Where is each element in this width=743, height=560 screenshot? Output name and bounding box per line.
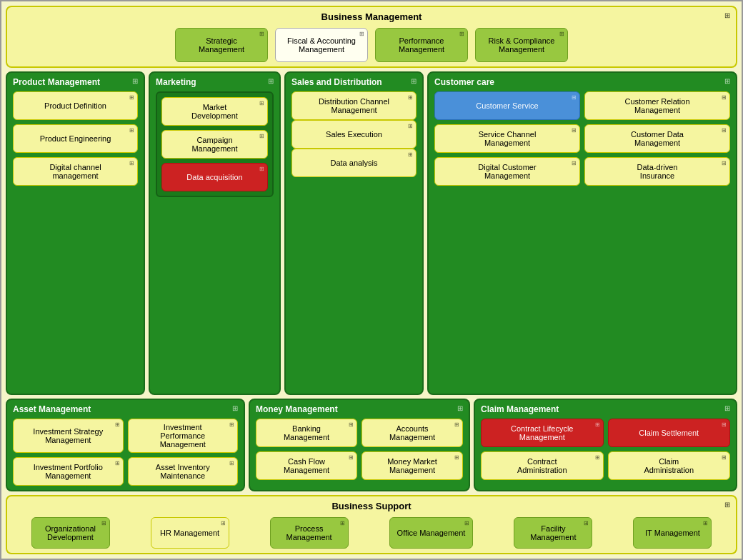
card-icon: ⊞ [454,454,459,461]
card-icon: ⊞ [595,454,600,461]
performance-mgmt-card[interactable]: ⊞ PerformanceManagement [375,28,468,62]
claim-mgmt-icon: ⊞ [724,404,730,412]
claim-settlement-card[interactable]: ⊞ Claim Settlement [608,419,731,447]
card-icon: ⊞ [259,166,264,172]
card-icon: ⊞ [115,460,120,466]
investment-strategy-card[interactable]: ⊞ Investment StrategyManagement [13,419,124,453]
customer-relation-card[interactable]: ⊞ Customer RelationManagement [584,91,730,120]
biz-support-title: Business Support [14,501,729,511]
card-icon: ⊞ [572,160,577,166]
claim-grid: ⊞ Contract LifecycleManagement ⊞ Claim S… [481,419,730,480]
claim-admin-card[interactable]: ⊞ ClaimAdministration [608,451,731,480]
money-grid: ⊞ BankingManagement ⊞ AccountsManagement… [256,419,463,480]
card-icon: ⊞ [129,160,134,166]
service-channel-card[interactable]: ⊞ Service ChannelManagement [434,124,580,153]
data-analysis-card[interactable]: ⊞ Data analysis [291,149,417,177]
banking-mgmt-card[interactable]: ⊞ BankingManagement [256,419,357,447]
money-mgmt-title: Money Management [256,404,463,414]
business-management-section: Business Management ⊞ ⊞ Strategic Manage… [6,6,737,68]
card-icon: ⊞ [349,454,354,461]
asset-mgmt-title: Asset Management [13,404,238,414]
customer-care-icon: ⊞ [724,77,730,85]
it-mgmt-card[interactable]: ⊞ IT Management [633,517,712,549]
sales-execution-card[interactable]: ⊞ Sales Execution [291,120,417,149]
marketing-icon: ⊞ [268,77,274,85]
card-icon: ⊞ [722,127,727,134]
card-icon: ⊞ [229,460,234,466]
card-icon: ⊞ [129,94,134,101]
process-mgmt-card[interactable]: ⊞ ProcessManagement [270,517,349,549]
card-icon: ⊞ [722,454,727,461]
fiscal-mgmt-card[interactable]: ⊞ Fiscal & AccountingManagement [275,28,368,62]
card-icon: ⊞ [408,123,413,129]
customer-care-grid: ⊞ Customer Service ⊞ Customer RelationMa… [434,91,730,186]
strategic-mgmt-card[interactable]: ⊞ Strategic Management [175,28,268,62]
biz-mgmt-title: Business Management [14,11,729,22]
card-icon: ⊞ [340,520,345,526]
marketing-section: Marketing ⊞ ⊞ MarketDevelopment ⊞ Campai… [149,71,281,395]
card-icon: ⊞ [349,421,354,428]
risk-compliance-card[interactable]: ⊞ Risk & ComplianceManagement [475,28,568,62]
business-support-section: Business Support ⊞ ⊞ OrganizationalDevel… [6,495,737,554]
customer-service-card[interactable]: ⊞ Customer Service [434,91,580,120]
biz-support-icon: ⊞ [724,501,730,509]
marketing-cards: ⊞ MarketDevelopment ⊞ CampaignManagement… [161,97,268,191]
product-engineering-card[interactable]: ⊞ Product Engineering [13,124,138,153]
card-icon: ⊞ [584,520,589,526]
market-development-card[interactable]: ⊞ MarketDevelopment [161,97,268,126]
organizational-dev-card[interactable]: ⊞ OrganizationalDevelopment [31,517,110,549]
card-icon: ⊞ [722,94,727,101]
bm-cards-row: ⊞ Strategic Management ⊞ Fiscal & Accoun… [14,28,729,62]
card-icon: ⊞ [221,520,226,526]
marketing-title: Marketing [156,77,274,87]
asset-inventory-card[interactable]: ⊞ Asset InventoryMaintenance [128,457,239,486]
card-icon: ⊞ [572,94,577,101]
asset-grid: ⊞ Investment StrategyManagement ⊞ Invest… [13,419,238,486]
card-icon: ⊞ [359,31,364,37]
cash-flow-card[interactable]: ⊞ Cash FlowManagement [256,451,357,480]
card-icon: ⊞ [703,520,708,526]
office-mgmt-card[interactable]: ⊞ Office Management [389,517,474,549]
card-icon: ⊞ [101,520,106,526]
card-icon: ⊞ [115,421,120,428]
sales-cards: ⊞ Distribution ChannelManagement ⊞ Sales… [291,91,417,177]
accounts-mgmt-card[interactable]: ⊞ AccountsManagement [361,419,463,447]
card-icon: ⊞ [722,160,727,166]
card-icon: ⊞ [722,421,727,428]
sales-section: Sales and Distribution ⊞ ⊞ Distribution … [284,71,424,395]
card-icon: ⊞ [464,520,469,526]
investment-performance-card[interactable]: ⊞ InvestmentPerformanceManagement [128,419,239,453]
product-mgmt-cards: ⊞ Product Definition ⊞ Product Engineeri… [13,91,138,186]
facility-mgmt-card[interactable]: ⊞ FacilityManagement [514,517,592,549]
biz-mgmt-icon: ⊞ [724,11,730,19]
sales-title: Sales and Distribution [291,77,417,87]
distribution-channel-card[interactable]: ⊞ Distribution ChannelManagement [291,91,417,120]
contract-admin-card[interactable]: ⊞ ContractAdministration [481,451,604,480]
asset-management-section: Asset Management ⊞ ⊞ Investment Strategy… [6,399,245,491]
campaign-mgmt-card[interactable]: ⊞ CampaignManagement [161,130,268,159]
product-definition-card[interactable]: ⊞ Product Definition [13,91,138,120]
customer-care-title: Customer care [434,77,730,87]
data-acquisition-card[interactable]: ⊞ Data acquisition [161,163,268,191]
product-mgmt-title: Product Management [13,77,138,87]
investment-portfolio-card[interactable]: ⊞ Investment PortfolioManagement [13,457,124,486]
card-icon: ⊞ [129,127,134,134]
card-icon: ⊞ [595,421,600,428]
money-management-section: Money Management ⊞ ⊞ BankingManagement ⊞… [249,399,470,491]
card-icon: ⊞ [259,133,264,139]
main-container: Business Management ⊞ ⊞ Strategic Manage… [0,0,743,560]
customer-care-section: Customer care ⊞ ⊞ Customer Service ⊞ Cus… [427,71,737,395]
card-icon: ⊞ [408,151,413,158]
digital-channel-card[interactable]: ⊞ Digital channelmanagement [13,157,138,186]
contract-lifecycle-card[interactable]: ⊞ Contract LifecycleManagement [481,419,604,447]
hr-mgmt-card[interactable]: ⊞ HR Management [151,517,229,549]
claim-mgmt-title: Claim Management [481,404,730,414]
data-driven-insurance-card[interactable]: ⊞ Data-drivenInsurance [584,157,730,186]
money-market-card[interactable]: ⊞ Money MarketManagement [361,451,463,480]
customer-data-card[interactable]: ⊞ Customer DataManagement [584,124,730,153]
card-icon: ⊞ [459,31,464,37]
claim-management-section: Claim Management ⊞ ⊞ Contract LifecycleM… [474,399,737,491]
card-icon: ⊞ [259,100,264,106]
card-icon: ⊞ [572,127,577,134]
digital-customer-card[interactable]: ⊞ Digital CustomerManagement [434,157,580,186]
